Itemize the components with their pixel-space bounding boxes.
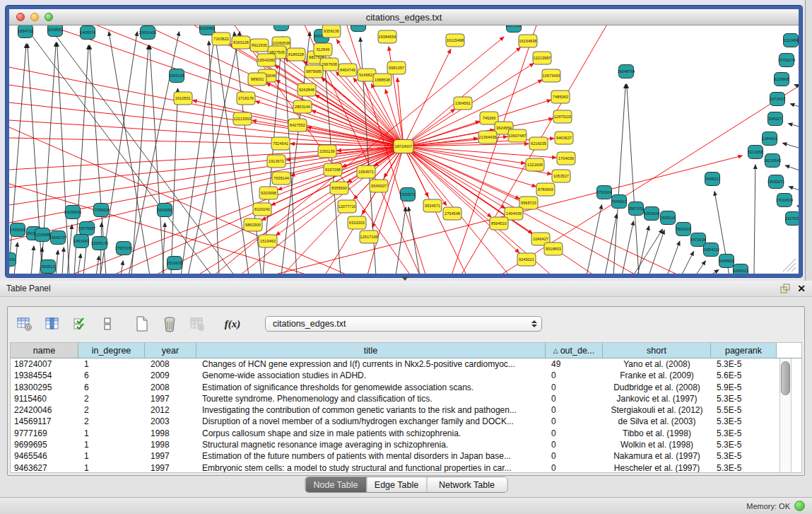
graph-node[interactable]: 9587051	[628, 202, 644, 216]
cell-name[interactable]: 9115460	[11, 393, 78, 404]
graph-node[interactable]: 7635144	[272, 172, 290, 185]
graph-node[interactable]: 2718176	[237, 92, 255, 105]
graph-node[interactable]: 16543382	[257, 54, 276, 66]
graph-node[interactable]: 15751074	[778, 54, 796, 67]
graph-node[interactable]: 9197268	[324, 163, 342, 176]
cell-year[interactable]: 2003	[145, 416, 196, 427]
cell-in_degree[interactable]: 6	[78, 370, 145, 381]
graph-node[interactable]: 17016504	[776, 194, 794, 207]
cell-out_de[interactable]: 0	[546, 393, 603, 404]
table-row[interactable]: 946554611997Estimation of the future num…	[11, 450, 801, 462]
graph-node[interactable]: 6791904	[596, 186, 612, 199]
graph-node[interactable]: 12077710	[338, 200, 356, 213]
graph-node[interactable]: 1221609	[526, 158, 544, 171]
cell-short[interactable]: Yano et al. (2008)	[603, 358, 711, 370]
graph-node[interactable]: 1534571	[400, 188, 416, 201]
graph-node[interactable]: 8471636	[690, 233, 706, 247]
graph-node[interactable]: 8100240	[253, 203, 271, 216]
column-header-out_de[interactable]: △out_de...	[546, 343, 603, 358]
column-header-pagerank[interactable]: pagerank	[711, 343, 777, 358]
graph-node[interactable]: 8113054	[351, 25, 365, 32]
graph-node[interactable]: 2055108	[169, 69, 184, 83]
select-columns-icon[interactable]	[71, 315, 88, 332]
cell-short[interactable]: Wolkin et al. (1998)	[603, 439, 711, 450]
graph-node[interactable]: 7163822	[212, 33, 230, 45]
cell-year[interactable]: 1998	[145, 439, 196, 450]
graph-node[interactable]: 10973493	[542, 69, 560, 82]
graph-node[interactable]: 9245013	[733, 264, 748, 274]
graph-node[interactable]: 16154838	[519, 35, 537, 47]
column-display-icon[interactable]	[44, 315, 61, 332]
table-settings-icon[interactable]	[16, 315, 33, 332]
graph-node[interactable]: 12917199	[360, 230, 378, 243]
cell-pagerank[interactable]: 5.3E-5	[711, 416, 777, 427]
column-header-short[interactable]: short	[603, 343, 711, 358]
cell-out_de[interactable]: 0	[546, 450, 603, 462]
cell-year[interactable]: 2009	[145, 370, 196, 381]
cell-title[interactable]: Investigating the contribution of common…	[196, 404, 546, 416]
graph-node[interactable]: 2803144	[293, 100, 312, 113]
graph-node[interactable]: 1588538	[373, 74, 392, 86]
cell-year[interactable]: 1997	[145, 462, 196, 473]
graph-node[interactable]: 20691406	[139, 26, 157, 40]
network-window-titlebar[interactable]: citations_edges.txt	[9, 9, 799, 25]
cell-in_degree[interactable]: 1	[78, 462, 145, 473]
cell-short[interactable]: Stergiakouli et al. (2012)	[603, 404, 711, 416]
resize-grip-icon[interactable]	[783, 259, 796, 271]
cell-name[interactable]: 14569117	[11, 416, 78, 427]
cell-short[interactable]: Franke et al. (2009)	[603, 370, 711, 381]
cell-short[interactable]: Jankovic et al. (1997)	[603, 393, 711, 404]
graph-node[interactable]: 19384554	[378, 30, 396, 43]
table-row[interactable]: 977716911998Corpus callosum shape and si…	[11, 428, 801, 439]
graph-node[interactable]: 1435001	[10, 223, 25, 237]
cell-in_degree[interactable]: 1	[78, 439, 145, 450]
cell-pagerank[interactable]: 5.3E-5	[711, 462, 777, 473]
cell-in_degree[interactable]: 1	[78, 358, 145, 370]
delete-table-icon[interactable]	[161, 315, 178, 332]
close-panel-icon[interactable]: ✕	[797, 284, 806, 293]
graph-node[interactable]: 20206536	[64, 206, 82, 219]
cell-pagerank[interactable]: 5.5E-5	[711, 404, 777, 416]
graph-node[interactable]: 512546	[314, 43, 332, 56]
graph-node[interactable]: 2620650	[157, 204, 172, 217]
graph-node[interactable]: 12213987	[533, 52, 551, 64]
vertical-scrollbar[interactable]	[779, 358, 792, 472]
graph-node[interactable]: 9549307	[370, 180, 388, 192]
graph-node[interactable]: 9203998	[259, 187, 278, 199]
cell-pagerank[interactable]: 5.3E-5	[711, 393, 777, 404]
cell-in_degree[interactable]: 1	[78, 428, 145, 439]
graph-node[interactable]: 8160128	[232, 36, 250, 49]
graph-node[interactable]: 2516935	[167, 257, 182, 270]
cell-out_de[interactable]: 0	[546, 462, 603, 473]
table-row[interactable]: 1830029562008Estimation of significance …	[11, 382, 801, 393]
cell-pagerank[interactable]: 5.6E-5	[711, 370, 777, 381]
graph-node[interactable]: 18724007	[394, 140, 413, 153]
table-row[interactable]: 2242004622012Investigating the contribut…	[11, 404, 801, 416]
graph-node[interactable]: 12213363	[233, 112, 252, 125]
graph-node[interactable]: 1364561	[454, 97, 472, 110]
graph-node[interactable]: 7645913	[611, 195, 627, 209]
cell-name[interactable]: 18300295	[11, 382, 78, 393]
cell-year[interactable]: 2008	[145, 382, 196, 393]
table-row[interactable]: 946362711997Embryonic stem cells: a mode…	[11, 462, 801, 473]
tab-network-table[interactable]: Network Table	[426, 477, 507, 492]
graph-node[interactable]: 9581357	[387, 62, 406, 74]
graph-node[interactable]: 6316303	[348, 216, 366, 229]
graph-node[interactable]: 9568723	[519, 197, 538, 209]
cell-title[interactable]: Estimation of significance thresholds fo…	[196, 382, 546, 393]
graph-node[interactable]: 8454749	[339, 64, 357, 76]
cell-out_de[interactable]: 0	[546, 404, 603, 416]
graph-node[interactable]: 1684732	[18, 25, 33, 38]
graph-node[interactable]: 1093624	[644, 207, 659, 221]
graph-node[interactable]: 8427552	[288, 119, 307, 132]
cell-out_de[interactable]: 0	[546, 382, 603, 393]
graph-node[interactable]: 8355693	[330, 182, 348, 194]
graph-node[interactable]: 10654112	[702, 243, 719, 257]
table-row[interactable]: 1938455462009Genome-wide association stu…	[11, 370, 801, 381]
graph-node[interactable]: 7485063	[551, 90, 570, 103]
table-row[interactable]: 911546021997Tourette syndrome. Phenomeno…	[11, 393, 801, 404]
graph-node[interactable]: 1704039	[557, 152, 575, 165]
cell-year[interactable]: 2008	[145, 358, 196, 370]
cell-title[interactable]: Disruption of a novel member of a sodium…	[196, 416, 546, 427]
graph-node[interactable]: 1054571	[357, 165, 375, 178]
